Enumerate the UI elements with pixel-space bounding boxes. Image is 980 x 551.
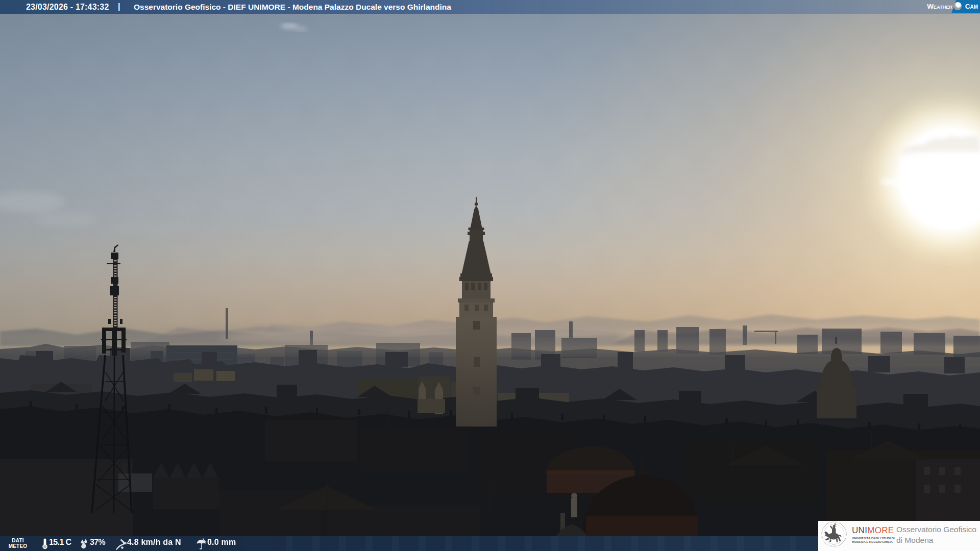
svg-text:1175: 1175 — [831, 543, 837, 546]
